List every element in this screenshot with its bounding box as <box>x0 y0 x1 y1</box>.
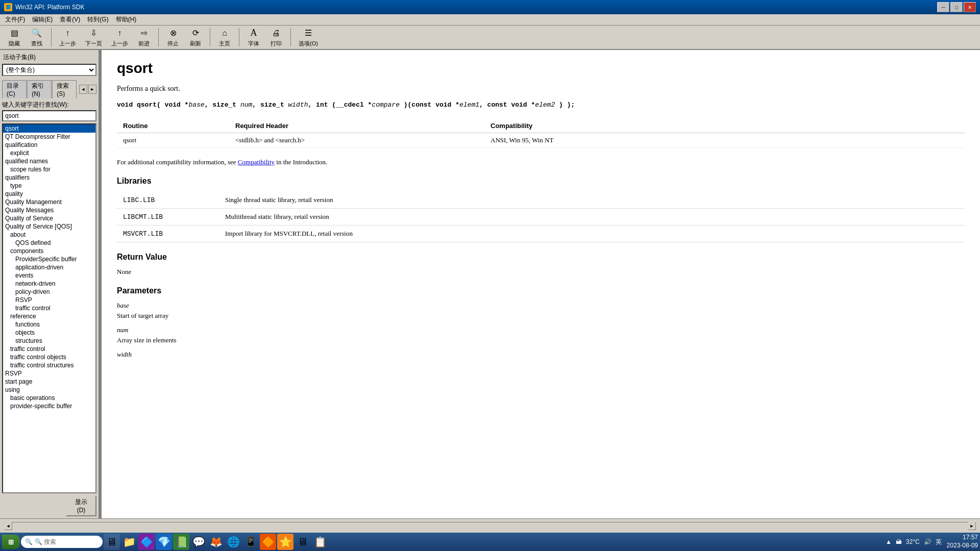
tree-item[interactable]: basic operations <box>3 394 95 402</box>
scroll-left-button[interactable]: ◄ <box>4 522 12 530</box>
minimize-button[interactable]: ─ <box>937 2 949 12</box>
col-routine: Routine <box>117 119 229 133</box>
network-icon[interactable]: ▲ <box>886 538 892 545</box>
toolbar-stop[interactable]: ⊗ 停止 <box>163 26 183 49</box>
tree-item[interactable]: reference <box>3 312 95 320</box>
app-icon: 📘 <box>4 3 12 11</box>
taskbar-explorer[interactable]: 🖥 <box>104 534 120 550</box>
tree-item[interactable]: functions <box>3 320 95 329</box>
routine-name: qsort <box>117 133 229 148</box>
toolbar-font[interactable]: A 字体 <box>243 26 264 49</box>
tree-item[interactable]: RSVP <box>3 296 95 304</box>
toolbar-next-page[interactable]: ⇩ 下一页 <box>82 26 106 49</box>
maximize-button[interactable]: □ <box>950 2 963 12</box>
toolbar-options[interactable]: ☰ 选项(O) <box>295 26 322 49</box>
tree-item[interactable]: policy-driven <box>3 288 95 296</box>
tree-item[interactable]: qsort <box>3 124 95 133</box>
tree-item[interactable]: QT Decompressor Filter <box>3 133 95 141</box>
tree-item[interactable]: objects <box>3 329 95 337</box>
menu-goto[interactable]: 转到(G) <box>84 14 111 25</box>
compat-link[interactable]: Compatibility <box>238 158 275 166</box>
menu-file[interactable]: 文件(F) <box>2 14 28 25</box>
taskbar-search[interactable]: 🔍 🔍 搜索 <box>21 536 103 548</box>
toolbar-print[interactable]: 🖨 打印 <box>266 26 286 49</box>
col-compat: Compatibility <box>484 119 965 133</box>
taskbar-phone[interactable]: 📱 <box>242 534 259 550</box>
menu-edit[interactable]: 编辑(E) <box>29 14 56 25</box>
tree-item[interactable]: QOS defined <box>3 239 95 247</box>
tree-item[interactable]: Quality of Service <box>3 214 95 222</box>
tree-item[interactable]: network-driven <box>3 280 95 288</box>
tree-item[interactable]: about <box>3 231 95 239</box>
taskbar-green-app[interactable]: 📗 <box>173 534 189 550</box>
taskbar-orange[interactable]: 🔶 <box>260 534 276 550</box>
param-name: base <box>117 302 965 310</box>
libraries-table: LIBC.LIBSingle thread static library, re… <box>117 192 965 242</box>
tree-item[interactable]: qualification <box>3 141 95 149</box>
taskbar-star[interactable]: ⭐ <box>277 534 293 550</box>
tab-search[interactable]: 搜索(S) <box>52 80 77 98</box>
date-display: 2023-08-09 <box>947 542 978 550</box>
tree-item[interactable]: traffic control <box>3 345 95 353</box>
font-icon: A <box>248 28 259 39</box>
tree-item[interactable]: Quality Messages <box>3 206 95 214</box>
taskbar-notes[interactable]: 📋 <box>312 534 328 550</box>
lib-desc: Multithread static library, retail versi… <box>219 209 965 226</box>
active-subset-select[interactable]: (整个集合) <box>2 64 96 76</box>
toolbar-find[interactable]: 🔍 查找 <box>27 26 47 49</box>
clock[interactable]: 17:57 2023-08-09 <box>947 534 978 549</box>
toolbar-prev[interactable]: ↑ 上一步 <box>108 26 132 49</box>
tree-item[interactable]: traffic control <box>3 304 95 312</box>
taskbar-edge[interactable]: 🌐 <box>225 534 241 550</box>
table-row: MSVCRT.LIBImport library for MSVCRT.DLL,… <box>117 226 965 242</box>
tree-item[interactable]: using <box>3 386 95 394</box>
taskbar-folder[interactable]: 📁 <box>121 534 137 550</box>
tree-item[interactable]: Quality Management <box>3 198 95 206</box>
menu-help[interactable]: 帮助(H) <box>113 14 140 25</box>
taskbar-fox[interactable]: 🦊 <box>208 534 224 550</box>
col-header: Required Header <box>229 119 484 133</box>
nav-next-icon[interactable]: ► <box>88 85 96 94</box>
taskbar-chat[interactable]: 💬 <box>190 534 207 550</box>
main-container: 活动子集(B) (整个集合) 目录(C) 索引(N) 搜索(S) ◄ ► 键入关… <box>0 50 980 518</box>
close-button[interactable]: ✕ <box>964 2 976 12</box>
tree-item[interactable]: traffic control structures <box>3 361 95 369</box>
toolbar-hide[interactable]: ▤ 隐藏 <box>4 26 24 49</box>
search-input[interactable] <box>2 110 96 121</box>
menu-view[interactable]: 查看(V) <box>57 14 83 25</box>
nav-prev-icon[interactable]: ◄ <box>79 85 87 94</box>
tree-item[interactable]: explicit <box>3 149 95 157</box>
start-button[interactable]: ⊞ <box>2 535 20 549</box>
tree-item[interactable]: events <box>3 271 95 280</box>
tree-item[interactable]: provider-specific buffer <box>3 402 95 410</box>
toolbar-home[interactable]: ⌂ 主页 <box>214 26 235 49</box>
tree-item[interactable]: components <box>3 247 95 255</box>
tab-contents[interactable]: 目录(C) <box>2 80 27 98</box>
tree-item[interactable]: ProviderSpecific buffer <box>3 255 95 263</box>
toolbar-forward[interactable]: ⇨ 前进 <box>134 26 154 49</box>
tree-item[interactable]: qualifiers <box>3 173 95 182</box>
bottom-scroll: ◄ ► <box>4 522 976 530</box>
taskbar-monitor[interactable]: 🖥 <box>295 534 311 550</box>
tree-item[interactable]: Quality of Service [QOS] <box>3 222 95 231</box>
search-icon: 🔍 <box>25 538 33 545</box>
tree-item[interactable]: scope rules for <box>3 165 95 173</box>
taskbar-visual-studio[interactable]: 🔷 <box>138 534 155 550</box>
scroll-right-button[interactable]: ► <box>968 522 976 530</box>
tree-item[interactable]: application-driven <box>3 263 95 271</box>
taskbar-blue-app[interactable]: 💎 <box>156 534 172 550</box>
refresh-icon: ⟳ <box>190 28 201 39</box>
hide-icon: ▤ <box>9 28 20 39</box>
tree-item[interactable]: structures <box>3 337 95 345</box>
show-button[interactable]: 显示(D) <box>66 495 96 516</box>
tab-index[interactable]: 索引(N) <box>27 80 52 98</box>
tree-item[interactable]: quality <box>3 190 95 198</box>
tree-item[interactable]: type <box>3 182 95 190</box>
tree-item[interactable]: RSVP <box>3 369 95 378</box>
tree-item[interactable]: traffic control objects <box>3 353 95 361</box>
tree-item[interactable]: start page <box>3 378 95 386</box>
tree-item[interactable]: qualified names <box>3 157 95 165</box>
toolbar-refresh[interactable]: ⟳ 刷新 <box>185 26 206 49</box>
sound-icon[interactable]: 🔊 <box>924 538 932 545</box>
toolbar-back[interactable]: ↑ 上一步 <box>56 26 80 49</box>
